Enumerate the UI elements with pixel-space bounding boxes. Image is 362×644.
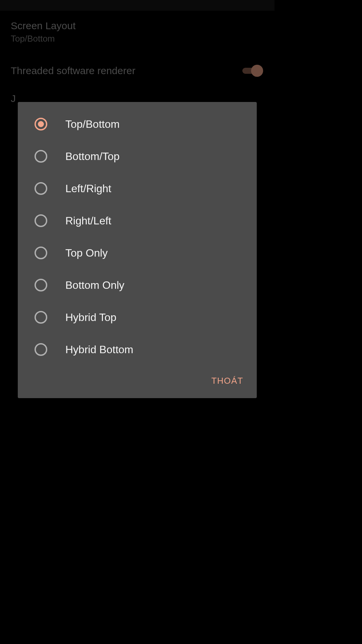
radio-option[interactable]: Bottom/Top xyxy=(18,140,257,172)
radio-icon xyxy=(35,247,47,259)
radio-dot-icon xyxy=(38,121,44,127)
radio-icon xyxy=(35,118,47,130)
radio-option[interactable]: Hybrid Bottom xyxy=(18,333,257,366)
option-label: Right/Left xyxy=(65,215,111,227)
radio-option[interactable]: Top/Bottom xyxy=(18,108,257,140)
radio-option[interactable]: Right/Left xyxy=(18,205,257,237)
option-label: Bottom Only xyxy=(65,279,124,291)
radio-icon xyxy=(35,150,47,163)
option-label: Top/Bottom xyxy=(65,118,120,130)
option-label: Bottom/Top xyxy=(65,150,120,163)
option-label: Left/Right xyxy=(65,182,111,195)
radio-option[interactable]: Left/Right xyxy=(18,172,257,205)
radio-icon xyxy=(35,214,47,227)
option-label: Top Only xyxy=(65,247,108,259)
screen-layout-dialog: Top/BottomBottom/TopLeft/RightRight/Left… xyxy=(18,102,257,398)
radio-option[interactable]: Bottom Only xyxy=(18,269,257,301)
radio-icon xyxy=(35,279,47,291)
radio-icon xyxy=(35,182,47,195)
option-label: Hybrid Top xyxy=(65,311,116,324)
radio-option[interactable]: Hybrid Top xyxy=(18,301,257,333)
dismiss-button[interactable]: THOÁT xyxy=(208,372,246,389)
radio-option[interactable]: Top Only xyxy=(18,237,257,269)
dialog-actions: THOÁT xyxy=(18,366,257,398)
radio-icon xyxy=(35,343,47,356)
radio-icon xyxy=(35,311,47,324)
option-label: Hybrid Bottom xyxy=(65,343,133,356)
